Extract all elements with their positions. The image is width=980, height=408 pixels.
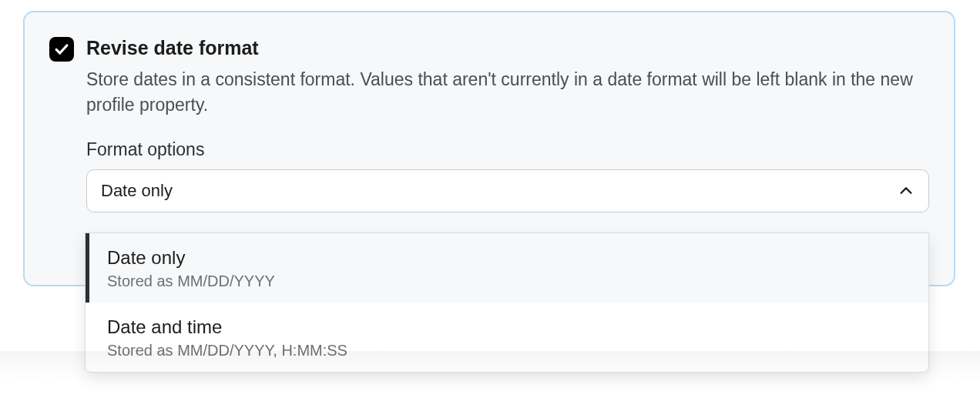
panel-title: Revise date format bbox=[86, 35, 929, 61]
option-sublabel: Stored as MM/DD/YYYY bbox=[107, 273, 907, 290]
option-sublabel: Stored as MM/DD/YYYY, H:MM:SS bbox=[107, 342, 907, 360]
panel-content: Revise date format Store dates in a cons… bbox=[86, 35, 929, 212]
chevron-up-icon bbox=[898, 182, 915, 199]
check-icon bbox=[53, 41, 70, 58]
panel-header-row: Revise date format Store dates in a cons… bbox=[49, 35, 929, 212]
panel-description: Store dates in a consistent format. Valu… bbox=[86, 67, 929, 119]
option-label: Date and time bbox=[107, 316, 907, 339]
format-options-select[interactable]: Date only bbox=[86, 169, 929, 212]
option-label: Date only bbox=[107, 247, 907, 269]
dropdown-option-date-and-time[interactable]: Date and time Stored as MM/DD/YYYY, H:MM… bbox=[86, 303, 928, 372]
revise-date-format-checkbox[interactable] bbox=[49, 37, 74, 62]
format-options-label: Format options bbox=[86, 139, 929, 160]
dropdown-option-date-only[interactable]: Date only Stored as MM/DD/YYYY bbox=[86, 233, 928, 303]
format-options-dropdown: Date only Stored as MM/DD/YYYY Date and … bbox=[85, 232, 929, 373]
select-current-value: Date only bbox=[101, 181, 173, 201]
